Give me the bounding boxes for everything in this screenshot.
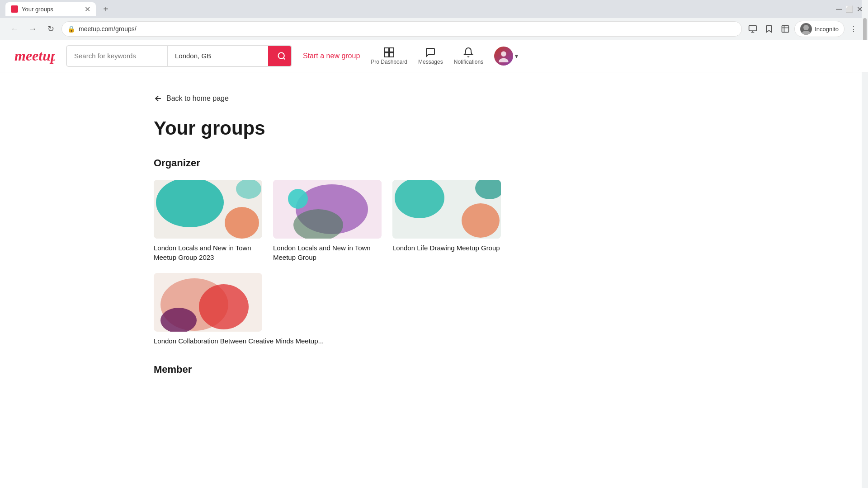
- organizer-section-title: Organizer: [154, 157, 714, 169]
- group-card-title-4: London Collaboration Between Creative Mi…: [154, 336, 324, 346]
- browser-tab[interactable]: Your groups ✕: [5, 2, 96, 16]
- messages-link[interactable]: Messages: [418, 47, 443, 65]
- back-arrow-icon: [154, 94, 163, 103]
- back-to-home-link[interactable]: Back to home page: [154, 94, 229, 103]
- bookmark-icon[interactable]: [762, 22, 776, 36]
- page-title: Your groups: [154, 117, 714, 139]
- svg-point-17: [288, 189, 308, 209]
- group-card-title-2: London Locals and New in Town Meetup Gro…: [273, 243, 382, 262]
- group-card-3[interactable]: London Life Drawing Meetup Group: [392, 180, 501, 262]
- lock-icon: 🔒: [67, 25, 75, 33]
- svg-point-12: [156, 180, 224, 227]
- organizer-groups-row1: London Locals and New in Town Meetup Gro…: [154, 180, 714, 262]
- meetup-logo[interactable]: meetup: [14, 48, 55, 64]
- group-card-title-1: London Locals and New in Town Meetup Gro…: [154, 243, 262, 262]
- extensions-icon[interactable]: [778, 22, 793, 36]
- toolbar-icons: Incognito ⋮: [745, 21, 861, 37]
- search-container: [66, 45, 292, 67]
- browser-toolbar: ← → ↻ 🔒 meetup.com/groups/ Incognito ⋮: [0, 18, 868, 40]
- svg-point-1: [803, 25, 809, 30]
- new-tab-button[interactable]: +: [99, 3, 112, 15]
- location-input[interactable]: [167, 46, 268, 66]
- svg-rect-8: [390, 53, 394, 57]
- pro-dashboard-link[interactable]: Pro Dashboard: [371, 47, 407, 65]
- search-button[interactable]: [268, 46, 292, 66]
- browser-frame: Your groups ✕ + ─ ⬜ ✕ ← → ↻ 🔒 meetup.com…: [0, 0, 868, 40]
- main-content: Back to home page Your groups Organizer: [118, 72, 750, 412]
- svg-point-25: [199, 284, 249, 329]
- user-avatar[interactable]: [494, 47, 513, 66]
- svg-text:meetup: meetup: [14, 48, 55, 64]
- svg-point-21: [462, 203, 500, 238]
- window-maximize-button[interactable]: ⬜: [845, 5, 853, 13]
- address-bar[interactable]: 🔒 meetup.com/groups/: [61, 21, 742, 37]
- search-input[interactable]: [67, 46, 167, 66]
- back-button[interactable]: ←: [7, 22, 22, 36]
- nav-icons: Pro Dashboard Messages Notifications ▾: [371, 47, 518, 66]
- group-card-image-1: [154, 180, 262, 239]
- member-section-title: Member: [154, 364, 714, 375]
- svg-rect-5: [385, 48, 389, 52]
- svg-point-13: [225, 207, 259, 239]
- group-card-1[interactable]: London Locals and New in Town Meetup Gro…: [154, 180, 262, 262]
- incognito-button[interactable]: Incognito: [794, 21, 844, 37]
- incognito-avatar: [800, 23, 812, 35]
- url-text: meetup.com/groups/: [79, 25, 736, 33]
- page-scrollbar[interactable]: [862, 0, 868, 488]
- pro-dashboard-label: Pro Dashboard: [371, 59, 407, 65]
- cast-icon[interactable]: [745, 22, 760, 36]
- group-card-image-4: [154, 273, 262, 332]
- user-menu-chevron[interactable]: ▾: [515, 52, 518, 60]
- browser-titlebar: Your groups ✕ + ─ ⬜ ✕: [0, 0, 868, 18]
- tab-title: Your groups: [22, 6, 81, 13]
- tab-close-button[interactable]: ✕: [85, 5, 90, 14]
- refresh-button[interactable]: ↻: [43, 22, 58, 36]
- svg-point-10: [499, 58, 509, 62]
- svg-rect-6: [390, 48, 394, 52]
- back-link-text: Back to home page: [166, 94, 229, 103]
- more-button[interactable]: ⋮: [846, 22, 861, 36]
- window-minimize-button[interactable]: ─: [836, 5, 842, 14]
- svg-point-14: [236, 180, 261, 199]
- messages-label: Messages: [418, 59, 443, 65]
- forward-button[interactable]: →: [25, 22, 40, 36]
- notifications-label: Notifications: [454, 59, 483, 65]
- group-card-4[interactable]: London Collaboration Between Creative Mi…: [154, 273, 324, 346]
- svg-rect-0: [749, 26, 757, 31]
- organizer-groups-row2: London Collaboration Between Creative Mi…: [154, 273, 714, 346]
- notifications-link[interactable]: Notifications: [454, 47, 483, 65]
- svg-point-4: [278, 52, 284, 58]
- svg-point-2: [802, 31, 811, 35]
- group-card-2[interactable]: London Locals and New in Town Meetup Gro…: [273, 180, 382, 262]
- app-header: meetup Start a new group Pro Dashboard M…: [0, 40, 868, 72]
- incognito-label: Incognito: [815, 26, 839, 33]
- group-card-title-3: London Life Drawing Meetup Group: [392, 243, 501, 253]
- tab-favicon: [11, 5, 18, 13]
- svg-rect-7: [385, 53, 389, 57]
- svg-point-9: [501, 51, 506, 56]
- group-card-image-3: [392, 180, 501, 239]
- group-card-image-2: [273, 180, 382, 239]
- start-group-button[interactable]: Start a new group: [303, 52, 360, 60]
